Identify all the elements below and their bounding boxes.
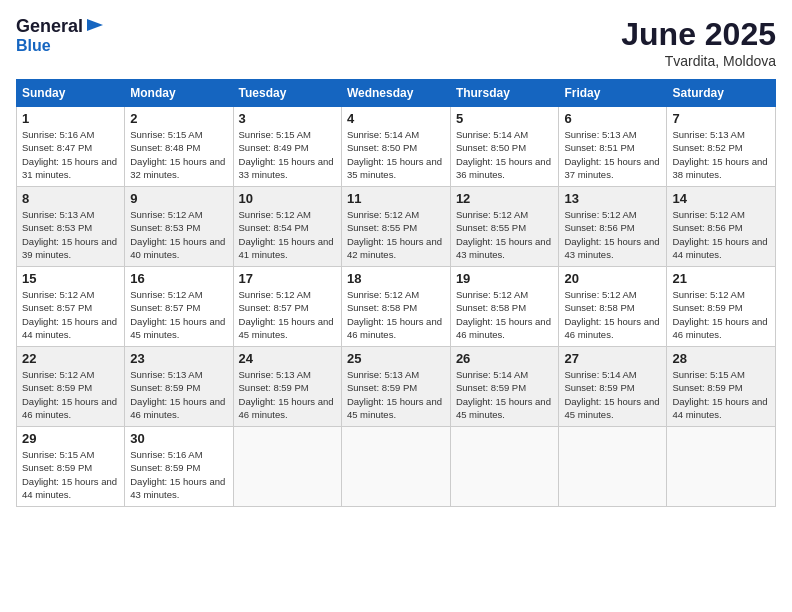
calendar-cell: 27 Sunrise: 5:14 AMSunset: 8:59 PMDaylig… bbox=[559, 347, 667, 427]
calendar-cell: 26 Sunrise: 5:14 AMSunset: 8:59 PMDaylig… bbox=[450, 347, 559, 427]
calendar-cell: 9 Sunrise: 5:12 AMSunset: 8:53 PMDayligh… bbox=[125, 187, 233, 267]
day-info: Sunrise: 5:12 AMSunset: 8:55 PMDaylight:… bbox=[456, 209, 551, 260]
calendar-cell: 19 Sunrise: 5:12 AMSunset: 8:58 PMDaylig… bbox=[450, 267, 559, 347]
calendar-cell: 3 Sunrise: 5:15 AMSunset: 8:49 PMDayligh… bbox=[233, 107, 341, 187]
calendar-cell: 20 Sunrise: 5:12 AMSunset: 8:58 PMDaylig… bbox=[559, 267, 667, 347]
day-number: 3 bbox=[239, 111, 336, 126]
day-number: 23 bbox=[130, 351, 227, 366]
day-info: Sunrise: 5:12 AMSunset: 8:54 PMDaylight:… bbox=[239, 209, 334, 260]
day-number: 14 bbox=[672, 191, 770, 206]
day-number: 19 bbox=[456, 271, 554, 286]
calendar-cell: 6 Sunrise: 5:13 AMSunset: 8:51 PMDayligh… bbox=[559, 107, 667, 187]
day-info: Sunrise: 5:12 AMSunset: 8:59 PMDaylight:… bbox=[672, 289, 767, 340]
weekday-header-wednesday: Wednesday bbox=[341, 80, 450, 107]
day-number: 20 bbox=[564, 271, 661, 286]
month-title: June 2025 bbox=[621, 16, 776, 53]
logo-flag-icon bbox=[85, 17, 105, 37]
day-number: 28 bbox=[672, 351, 770, 366]
day-number: 9 bbox=[130, 191, 227, 206]
day-number: 26 bbox=[456, 351, 554, 366]
calendar-cell: 15 Sunrise: 5:12 AMSunset: 8:57 PMDaylig… bbox=[17, 267, 125, 347]
day-number: 7 bbox=[672, 111, 770, 126]
weekday-header-friday: Friday bbox=[559, 80, 667, 107]
day-number: 2 bbox=[130, 111, 227, 126]
calendar-week-4: 22 Sunrise: 5:12 AMSunset: 8:59 PMDaylig… bbox=[17, 347, 776, 427]
day-number: 13 bbox=[564, 191, 661, 206]
day-number: 5 bbox=[456, 111, 554, 126]
day-number: 11 bbox=[347, 191, 445, 206]
calendar-cell: 29 Sunrise: 5:15 AMSunset: 8:59 PMDaylig… bbox=[17, 427, 125, 507]
day-info: Sunrise: 5:16 AMSunset: 8:59 PMDaylight:… bbox=[130, 449, 225, 500]
day-info: Sunrise: 5:15 AMSunset: 8:59 PMDaylight:… bbox=[672, 369, 767, 420]
calendar-cell bbox=[667, 427, 776, 507]
day-info: Sunrise: 5:12 AMSunset: 8:57 PMDaylight:… bbox=[22, 289, 117, 340]
day-number: 17 bbox=[239, 271, 336, 286]
calendar-cell: 22 Sunrise: 5:12 AMSunset: 8:59 PMDaylig… bbox=[17, 347, 125, 427]
logo-general: General bbox=[16, 16, 83, 37]
calendar-cell bbox=[559, 427, 667, 507]
day-info: Sunrise: 5:12 AMSunset: 8:55 PMDaylight:… bbox=[347, 209, 442, 260]
location-subtitle: Tvardita, Moldova bbox=[621, 53, 776, 69]
weekday-header-sunday: Sunday bbox=[17, 80, 125, 107]
calendar-cell: 25 Sunrise: 5:13 AMSunset: 8:59 PMDaylig… bbox=[341, 347, 450, 427]
day-info: Sunrise: 5:12 AMSunset: 8:53 PMDaylight:… bbox=[130, 209, 225, 260]
calendar-header: SundayMondayTuesdayWednesdayThursdayFrid… bbox=[17, 80, 776, 107]
calendar-cell: 30 Sunrise: 5:16 AMSunset: 8:59 PMDaylig… bbox=[125, 427, 233, 507]
calendar-week-1: 1 Sunrise: 5:16 AMSunset: 8:47 PMDayligh… bbox=[17, 107, 776, 187]
svg-marker-0 bbox=[87, 19, 103, 31]
calendar-week-3: 15 Sunrise: 5:12 AMSunset: 8:57 PMDaylig… bbox=[17, 267, 776, 347]
day-number: 6 bbox=[564, 111, 661, 126]
day-number: 25 bbox=[347, 351, 445, 366]
calendar-week-2: 8 Sunrise: 5:13 AMSunset: 8:53 PMDayligh… bbox=[17, 187, 776, 267]
calendar-cell: 16 Sunrise: 5:12 AMSunset: 8:57 PMDaylig… bbox=[125, 267, 233, 347]
logo-blue: Blue bbox=[16, 37, 51, 54]
day-number: 27 bbox=[564, 351, 661, 366]
day-info: Sunrise: 5:13 AMSunset: 8:53 PMDaylight:… bbox=[22, 209, 117, 260]
day-info: Sunrise: 5:15 AMSunset: 8:48 PMDaylight:… bbox=[130, 129, 225, 180]
calendar-cell: 23 Sunrise: 5:13 AMSunset: 8:59 PMDaylig… bbox=[125, 347, 233, 427]
day-info: Sunrise: 5:12 AMSunset: 8:57 PMDaylight:… bbox=[239, 289, 334, 340]
calendar-cell: 5 Sunrise: 5:14 AMSunset: 8:50 PMDayligh… bbox=[450, 107, 559, 187]
day-number: 8 bbox=[22, 191, 119, 206]
day-number: 18 bbox=[347, 271, 445, 286]
weekday-row: SundayMondayTuesdayWednesdayThursdayFrid… bbox=[17, 80, 776, 107]
day-info: Sunrise: 5:12 AMSunset: 8:58 PMDaylight:… bbox=[456, 289, 551, 340]
calendar-cell: 10 Sunrise: 5:12 AMSunset: 8:54 PMDaylig… bbox=[233, 187, 341, 267]
day-info: Sunrise: 5:14 AMSunset: 8:50 PMDaylight:… bbox=[347, 129, 442, 180]
day-number: 22 bbox=[22, 351, 119, 366]
calendar-cell: 4 Sunrise: 5:14 AMSunset: 8:50 PMDayligh… bbox=[341, 107, 450, 187]
calendar-cell: 13 Sunrise: 5:12 AMSunset: 8:56 PMDaylig… bbox=[559, 187, 667, 267]
day-number: 21 bbox=[672, 271, 770, 286]
weekday-header-monday: Monday bbox=[125, 80, 233, 107]
day-number: 30 bbox=[130, 431, 227, 446]
calendar-week-5: 29 Sunrise: 5:15 AMSunset: 8:59 PMDaylig… bbox=[17, 427, 776, 507]
weekday-header-thursday: Thursday bbox=[450, 80, 559, 107]
calendar-cell bbox=[341, 427, 450, 507]
day-info: Sunrise: 5:14 AMSunset: 8:50 PMDaylight:… bbox=[456, 129, 551, 180]
day-info: Sunrise: 5:15 AMSunset: 8:49 PMDaylight:… bbox=[239, 129, 334, 180]
calendar-cell: 12 Sunrise: 5:12 AMSunset: 8:55 PMDaylig… bbox=[450, 187, 559, 267]
page-header: General Blue June 2025 Tvardita, Moldova bbox=[16, 16, 776, 69]
logo: General Blue bbox=[16, 16, 105, 55]
calendar-body: 1 Sunrise: 5:16 AMSunset: 8:47 PMDayligh… bbox=[17, 107, 776, 507]
day-number: 1 bbox=[22, 111, 119, 126]
day-number: 29 bbox=[22, 431, 119, 446]
calendar-cell: 2 Sunrise: 5:15 AMSunset: 8:48 PMDayligh… bbox=[125, 107, 233, 187]
day-number: 12 bbox=[456, 191, 554, 206]
day-info: Sunrise: 5:12 AMSunset: 8:59 PMDaylight:… bbox=[22, 369, 117, 420]
weekday-header-saturday: Saturday bbox=[667, 80, 776, 107]
day-info: Sunrise: 5:12 AMSunset: 8:56 PMDaylight:… bbox=[564, 209, 659, 260]
day-info: Sunrise: 5:13 AMSunset: 8:52 PMDaylight:… bbox=[672, 129, 767, 180]
calendar-cell bbox=[450, 427, 559, 507]
day-info: Sunrise: 5:12 AMSunset: 8:57 PMDaylight:… bbox=[130, 289, 225, 340]
calendar-cell: 7 Sunrise: 5:13 AMSunset: 8:52 PMDayligh… bbox=[667, 107, 776, 187]
day-number: 16 bbox=[130, 271, 227, 286]
day-info: Sunrise: 5:12 AMSunset: 8:58 PMDaylight:… bbox=[347, 289, 442, 340]
day-info: Sunrise: 5:15 AMSunset: 8:59 PMDaylight:… bbox=[22, 449, 117, 500]
day-info: Sunrise: 5:13 AMSunset: 8:59 PMDaylight:… bbox=[130, 369, 225, 420]
calendar-table: SundayMondayTuesdayWednesdayThursdayFrid… bbox=[16, 79, 776, 507]
calendar-cell: 1 Sunrise: 5:16 AMSunset: 8:47 PMDayligh… bbox=[17, 107, 125, 187]
day-number: 10 bbox=[239, 191, 336, 206]
title-block: June 2025 Tvardita, Moldova bbox=[621, 16, 776, 69]
day-info: Sunrise: 5:13 AMSunset: 8:51 PMDaylight:… bbox=[564, 129, 659, 180]
